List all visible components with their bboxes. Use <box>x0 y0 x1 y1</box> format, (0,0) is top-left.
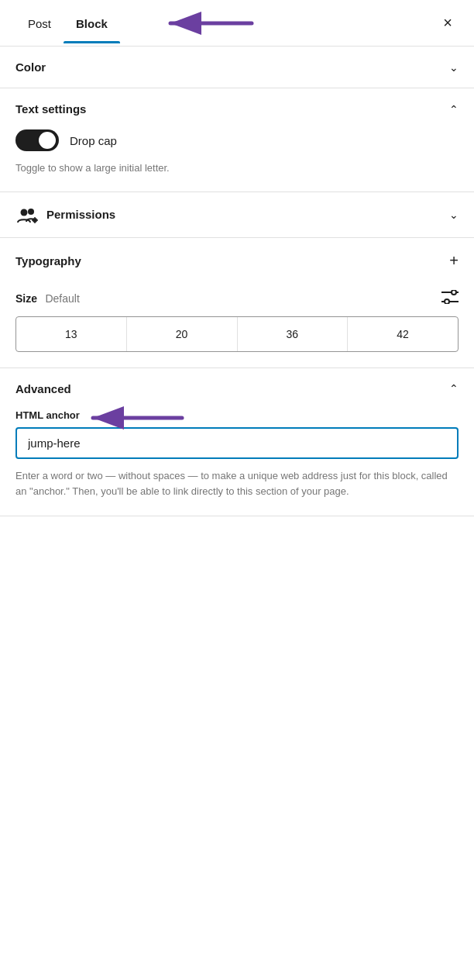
typography-section: Typography + Size Default 13 20 36 42 <box>0 238 474 368</box>
font-size-20[interactable]: 20 <box>127 317 238 351</box>
html-anchor-label-row: HTML anchor <box>15 409 459 421</box>
tab-block[interactable]: Block <box>64 3 120 43</box>
typography-add-icon: + <box>449 252 459 270</box>
permissions-icon <box>15 206 39 223</box>
advanced-section: Advanced ⌃ HTML anchor Enter a word or t… <box>0 368 474 517</box>
svg-point-9 <box>452 290 456 295</box>
font-size-options: 13 20 36 42 <box>15 316 459 352</box>
html-anchor-label-text: HTML anchor <box>15 409 80 421</box>
size-text: Size <box>15 292 37 305</box>
drop-cap-toggle[interactable] <box>15 129 59 151</box>
size-label: Size Default <box>15 292 80 305</box>
font-size-36[interactable]: 36 <box>238 317 349 351</box>
drop-cap-description: Toggle to show a large initial letter. <box>15 160 459 176</box>
size-default-text: Default <box>45 292 79 305</box>
size-row: Size Default <box>15 290 459 307</box>
html-anchor-help-text: Enter a word or two — without spaces — t… <box>15 468 459 501</box>
svg-point-1 <box>28 209 34 215</box>
typography-section-title: Typography <box>15 254 81 267</box>
typography-section-toggle[interactable]: Typography + <box>0 238 474 284</box>
color-section-title: Color <box>15 60 46 74</box>
advanced-content: HTML anchor Enter a word or two — withou… <box>0 409 474 516</box>
html-anchor-input[interactable] <box>15 427 459 459</box>
toggle-knob <box>39 132 56 149</box>
advanced-chevron-icon: ⌃ <box>449 382 459 395</box>
permissions-section: Permissions ⌄ <box>0 192 474 238</box>
advanced-section-title: Advanced <box>15 382 71 395</box>
color-chevron-icon: ⌄ <box>449 61 459 74</box>
text-settings-toggle[interactable]: Text settings ⌃ <box>0 88 474 129</box>
font-size-42[interactable]: 42 <box>348 317 458 351</box>
panel-header: Post Block × <box>0 0 474 47</box>
text-settings-chevron-icon: ⌃ <box>449 103 459 116</box>
text-settings-title: Text settings <box>15 102 86 116</box>
permissions-section-title: Permissions <box>15 206 115 223</box>
svg-point-11 <box>445 299 449 304</box>
size-adjust-icon[interactable] <box>441 290 459 307</box>
svg-point-3 <box>33 218 37 223</box>
text-settings-section: Text settings ⌃ Drop cap Toggle to show … <box>0 88 474 192</box>
font-size-13[interactable]: 13 <box>16 317 127 351</box>
close-button[interactable]: × <box>437 8 459 38</box>
advanced-section-toggle[interactable]: Advanced ⌃ <box>0 368 474 409</box>
svg-point-2 <box>21 209 28 216</box>
text-settings-content: Drop cap Toggle to show a large initial … <box>0 129 474 192</box>
color-section: Color ⌄ <box>0 47 474 88</box>
permissions-chevron-icon: ⌄ <box>449 209 459 221</box>
html-anchor-arrow <box>85 406 186 432</box>
color-section-toggle[interactable]: Color ⌄ <box>0 47 474 88</box>
permissions-section-toggle[interactable]: Permissions ⌄ <box>0 192 474 237</box>
drop-cap-label: Drop cap <box>70 134 117 147</box>
typography-content: Size Default 13 20 36 42 <box>0 284 474 368</box>
tab-post[interactable]: Post <box>15 3 64 43</box>
permissions-label: Permissions <box>46 208 115 221</box>
block-tab-arrow <box>163 9 256 40</box>
drop-cap-row: Drop cap <box>15 129 459 151</box>
